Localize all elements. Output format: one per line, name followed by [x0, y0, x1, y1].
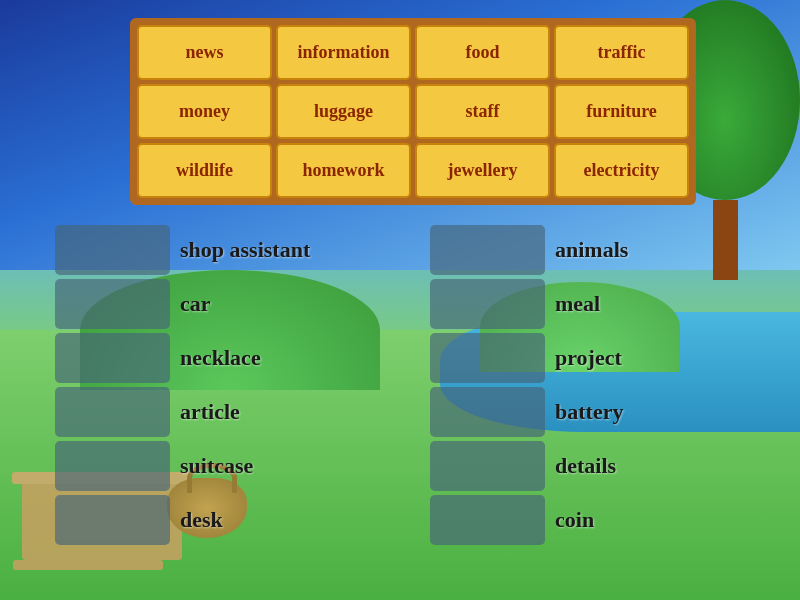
- match-box-right-0[interactable]: [430, 225, 545, 275]
- word-tile-luggage[interactable]: luggage: [276, 84, 411, 139]
- content-area: newsinformationfoodtrafficmoneyluggagest…: [0, 0, 800, 600]
- match-row-left-3: article: [55, 387, 400, 437]
- match-row-right-2: project: [430, 333, 775, 383]
- match-box-left-5[interactable]: [55, 495, 170, 545]
- match-row-left-2: necklace: [55, 333, 400, 383]
- word-tile-wildlife[interactable]: wildlife: [137, 143, 272, 198]
- word-tile-staff[interactable]: staff: [415, 84, 550, 139]
- match-row-left-0: shop assistant: [55, 225, 400, 275]
- match-label-right-4: details: [555, 453, 616, 479]
- word-bank: newsinformationfoodtrafficmoneyluggagest…: [130, 18, 696, 205]
- match-box-right-1[interactable]: [430, 279, 545, 329]
- match-label-right-2: project: [555, 345, 622, 371]
- match-label-left-2: necklace: [180, 345, 261, 371]
- word-tile-money[interactable]: money: [137, 84, 272, 139]
- match-box-left-2[interactable]: [55, 333, 170, 383]
- match-row-left-4: suitcase: [55, 441, 400, 491]
- word-tile-homework[interactable]: homework: [276, 143, 411, 198]
- match-row-right-5: coin: [430, 495, 775, 545]
- match-box-right-3[interactable]: [430, 387, 545, 437]
- match-box-right-4[interactable]: [430, 441, 545, 491]
- match-row-left-5: desk: [55, 495, 400, 545]
- match-left-column: shop assistantcarnecklacearticlesuitcase…: [55, 225, 400, 549]
- match-right-column: animalsmealprojectbatterydetailscoin: [430, 225, 775, 549]
- word-tile-jewellery[interactable]: jewellery: [415, 143, 550, 198]
- word-tile-news[interactable]: news: [137, 25, 272, 80]
- match-section: shop assistantcarnecklacearticlesuitcase…: [55, 225, 775, 549]
- match-box-left-1[interactable]: [55, 279, 170, 329]
- match-row-right-0: animals: [430, 225, 775, 275]
- match-label-left-3: article: [180, 399, 240, 425]
- match-label-left-0: shop assistant: [180, 237, 310, 263]
- match-box-right-2[interactable]: [430, 333, 545, 383]
- match-row-right-3: battery: [430, 387, 775, 437]
- word-tile-traffic[interactable]: traffic: [554, 25, 689, 80]
- match-label-right-1: meal: [555, 291, 600, 317]
- match-label-right-0: animals: [555, 237, 628, 263]
- match-label-left-1: car: [180, 291, 211, 317]
- word-tile-electricity[interactable]: electricity: [554, 143, 689, 198]
- match-row-right-1: meal: [430, 279, 775, 329]
- word-tile-food[interactable]: food: [415, 25, 550, 80]
- match-label-left-4: suitcase: [180, 453, 253, 479]
- match-box-left-3[interactable]: [55, 387, 170, 437]
- match-label-right-3: battery: [555, 399, 623, 425]
- match-box-right-5[interactable]: [430, 495, 545, 545]
- match-box-left-4[interactable]: [55, 441, 170, 491]
- match-label-left-5: desk: [180, 507, 223, 533]
- match-box-left-0[interactable]: [55, 225, 170, 275]
- word-tile-furniture[interactable]: furniture: [554, 84, 689, 139]
- match-row-left-1: car: [55, 279, 400, 329]
- match-label-right-5: coin: [555, 507, 594, 533]
- word-tile-information[interactable]: information: [276, 25, 411, 80]
- match-row-right-4: details: [430, 441, 775, 491]
